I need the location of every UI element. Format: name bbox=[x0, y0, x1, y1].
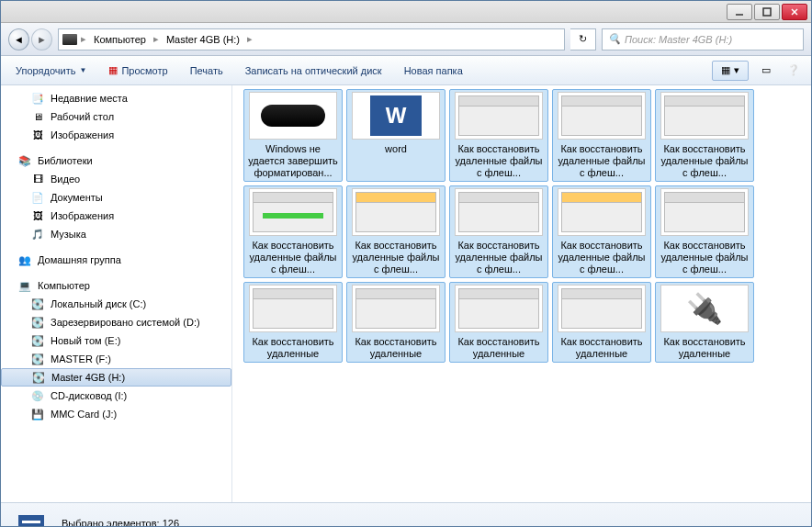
file-thumbnail[interactable]: 🔌Как восстановить удаленные bbox=[655, 282, 754, 363]
file-thumbnail[interactable]: Как восстановить удаленные файлы с флеш.… bbox=[449, 89, 548, 182]
nav-back-forward[interactable]: ◄ ► bbox=[8, 27, 52, 52]
nav-icon: 💽 bbox=[30, 333, 45, 348]
breadcrumb-sep: ▸ bbox=[247, 33, 253, 45]
file-thumbnail[interactable]: Как восстановить удаленные bbox=[552, 282, 651, 363]
thumbnail-image bbox=[352, 285, 440, 332]
maximize-button[interactable] bbox=[754, 4, 780, 20]
sidebar-item[interactable]: 💻Компьютер bbox=[1, 276, 231, 295]
file-thumbnail[interactable]: Как восстановить удаленные файлы с флеш.… bbox=[552, 185, 651, 278]
sidebar-item[interactable]: 💽Зарезервировано системой (D:) bbox=[1, 313, 231, 331]
file-thumbnail[interactable]: Как восстановить удаленные файлы с флеш.… bbox=[552, 89, 651, 182]
view-button[interactable]: ▦ ▾ bbox=[712, 61, 749, 81]
thumbnail-image bbox=[455, 92, 543, 140]
sidebar: 📑Недавние места🖥Рабочий стол🖼Изображения… bbox=[1, 85, 232, 502]
nav-label: Новый том (E:) bbox=[51, 335, 120, 346]
print-button[interactable]: Печать bbox=[183, 62, 231, 80]
file-grid[interactable]: Windows не удается завершить форматирова… bbox=[232, 85, 811, 502]
minimize-button[interactable] bbox=[727, 4, 752, 20]
file-thumbnail[interactable]: Wword bbox=[346, 89, 445, 182]
file-thumbnail[interactable]: Как восстановить удаленные файлы с флеш.… bbox=[449, 185, 548, 278]
thumbnail-label: Как восстановить удаленные bbox=[658, 336, 751, 360]
nav-label: Недавние места bbox=[51, 93, 128, 104]
nav-icon: 🖼 bbox=[30, 208, 45, 223]
search-placeholder: Поиск: Master 4GB (H:) bbox=[625, 34, 732, 45]
search-input[interactable]: 🔍 Поиск: Master 4GB (H:) bbox=[602, 28, 804, 50]
breadcrumb-sep: ▸ bbox=[81, 33, 86, 45]
thumbnail-label: Как восстановить удаленные файлы с флеш.… bbox=[555, 240, 648, 275]
thumbnail-image bbox=[660, 92, 749, 140]
thumbnail-label: Как восстановить удаленные файлы с флеш.… bbox=[349, 240, 443, 275]
file-thumbnail[interactable]: Как восстановить удаленные bbox=[449, 282, 548, 363]
thumbnail-image bbox=[352, 188, 440, 236]
burn-button[interactable]: Записать на оптический диск bbox=[238, 62, 389, 80]
nav-label: MASTER (F:) bbox=[51, 353, 111, 364]
sidebar-item[interactable]: 📚Библиотеки bbox=[1, 151, 231, 170]
file-thumbnail[interactable]: Как восстановить удаленные bbox=[346, 282, 445, 363]
file-thumbnail[interactable]: Windows не удается завершить форматирова… bbox=[243, 89, 343, 182]
file-thumbnail[interactable]: Как восстановить удаленные файлы с флеш.… bbox=[346, 185, 445, 278]
statusbar: Выбрано элементов: 126 Подробнее... bbox=[1, 502, 811, 527]
nav-label: Изображения bbox=[51, 210, 114, 221]
nav-label: Музыка bbox=[51, 229, 86, 240]
thumbnail-label: Как восстановить удаленные bbox=[452, 336, 546, 360]
back-button[interactable]: ◄ bbox=[8, 28, 29, 50]
nav-label: CD-дисковод (I:) bbox=[51, 390, 127, 401]
navbar: ◄ ► ▸ Компьютер ▸ Master 4GB (H:) ▸ ↻ 🔍 … bbox=[1, 23, 811, 56]
nav-label: Зарезервировано системой (D:) bbox=[51, 317, 200, 328]
thumbnail-label: word bbox=[385, 143, 407, 155]
sidebar-item[interactable]: 👥Домашняя группа bbox=[1, 251, 231, 269]
breadcrumb-sep: ▸ bbox=[153, 33, 159, 45]
nav-icon: 🖥 bbox=[30, 109, 45, 124]
nav-icon: 💽 bbox=[30, 315, 45, 330]
titlebar bbox=[1, 1, 811, 23]
file-thumbnail[interactable]: Как восстановить удаленные файлы с флеш.… bbox=[655, 89, 754, 182]
nav-label: Домашняя группа bbox=[38, 254, 121, 265]
nav-icon: 🖼 bbox=[30, 128, 45, 142]
thumbnail-image bbox=[558, 285, 646, 332]
nav-icon: 💿 bbox=[30, 388, 45, 403]
newfolder-button[interactable]: Новая папка bbox=[397, 62, 470, 80]
breadcrumb-current[interactable]: Master 4GB (H:) bbox=[163, 34, 243, 45]
organize-button[interactable]: Упорядочить▼ bbox=[8, 62, 94, 80]
sidebar-item[interactable]: 💽MASTER (F:) bbox=[1, 350, 231, 368]
nav-icon: 💾 bbox=[30, 407, 45, 421]
refresh-button[interactable]: ↻ bbox=[570, 28, 596, 50]
svg-rect-1 bbox=[763, 8, 771, 16]
thumbnail-label: Как восстановить удаленные bbox=[349, 336, 443, 360]
nav-label: Локальный диск (C:) bbox=[51, 298, 146, 309]
nav-icon: 🎵 bbox=[30, 227, 45, 241]
help-button[interactable]: ❔ bbox=[784, 61, 804, 81]
nav-icon: 📄 bbox=[30, 190, 45, 205]
close-button[interactable] bbox=[782, 4, 807, 20]
file-thumbnail[interactable]: Как восстановить удаленные bbox=[243, 282, 343, 363]
sidebar-item[interactable]: 📑Недавние места bbox=[1, 89, 231, 107]
drive-icon bbox=[62, 34, 77, 45]
thumbnail-image bbox=[558, 92, 646, 140]
nav-icon: 🎞 bbox=[30, 172, 45, 186]
address-bar[interactable]: ▸ Компьютер ▸ Master 4GB (H:) ▸ bbox=[58, 28, 565, 50]
preview-button[interactable]: ▦Просмотр bbox=[101, 61, 175, 80]
sidebar-item[interactable]: 💽Новый том (E:) bbox=[1, 331, 231, 350]
thumbnail-image bbox=[249, 285, 337, 332]
file-thumbnail[interactable]: Как восстановить удаленные файлы с флеш.… bbox=[243, 185, 343, 278]
thumbnail-label: Как восстановить удаленные файлы с флеш.… bbox=[452, 143, 546, 179]
file-thumbnail[interactable]: Как восстановить удаленные файлы с флеш.… bbox=[655, 185, 754, 278]
nav-icon: 📑 bbox=[30, 91, 45, 106]
sidebar-item[interactable]: 🖥Рабочий стол bbox=[1, 107, 231, 126]
nav-icon: 📚 bbox=[17, 153, 32, 168]
breadcrumb-root[interactable]: Компьютер bbox=[90, 34, 150, 45]
thumbnail-image bbox=[558, 188, 646, 236]
forward-button[interactable]: ► bbox=[31, 28, 52, 50]
nav-icon: 💽 bbox=[30, 297, 45, 311]
sidebar-item[interactable]: 🎵Музыка bbox=[1, 225, 231, 243]
sidebar-item[interactable]: 🖼Изображения bbox=[1, 207, 231, 225]
sidebar-item[interactable]: 💽Локальный диск (C:) bbox=[1, 295, 231, 313]
sidebar-item[interactable]: 💿CD-дисковод (I:) bbox=[1, 387, 231, 405]
sidebar-item[interactable]: 💾MMC Card (J:) bbox=[1, 405, 231, 423]
thumbnail-image: 🔌 bbox=[660, 285, 749, 332]
sidebar-item[interactable]: 💽Master 4GB (H:) bbox=[1, 368, 231, 387]
sidebar-item[interactable]: 🖼Изображения bbox=[1, 126, 231, 144]
sidebar-item[interactable]: 📄Документы bbox=[1, 188, 231, 207]
preview-pane-button[interactable]: ▭ bbox=[756, 61, 776, 81]
sidebar-item[interactable]: 🎞Видео bbox=[1, 170, 231, 188]
